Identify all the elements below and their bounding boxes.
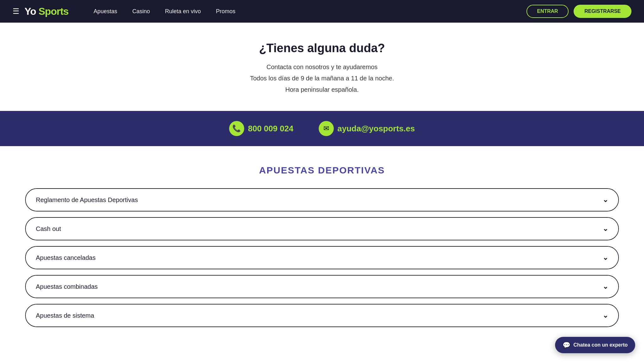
accordion-reglamento: Reglamento de Apuestas Deportivas ⌄ — [25, 188, 619, 211]
accordion-cashout: Cash out ⌄ — [25, 217, 619, 240]
chevron-down-icon-canceladas: ⌄ — [603, 254, 608, 262]
hero-title: ¿Tienes alguna duda? — [13, 41, 631, 55]
logo-sports: Sports — [39, 6, 69, 17]
hero-line3: Hora peninsular española. — [285, 86, 359, 93]
entrar-button[interactable]: ENTRAR — [526, 5, 569, 18]
accordion-header-sistema[interactable]: Apuestas de sistema ⌄ — [26, 304, 618, 326]
chat-icon: 💬 — [563, 341, 570, 349]
chevron-down-icon-sistema: ⌄ — [603, 311, 608, 320]
hero-section: ¿Tienes alguna duda? Contacta con nosotr… — [0, 23, 644, 111]
accordion-label-cashout: Cash out — [36, 225, 61, 233]
email-contact: ✉ ayuda@yosports.es — [319, 121, 415, 136]
accordion-combinadas: Apuestas combinadas ⌄ — [25, 275, 619, 298]
accordion-header-canceladas[interactable]: Apuestas canceladas ⌄ — [26, 247, 618, 269]
accordion-header-cashout[interactable]: Cash out ⌄ — [26, 218, 618, 240]
chevron-down-icon-reglamento: ⌄ — [603, 196, 608, 204]
nav-ruleta[interactable]: Ruleta en vivo — [165, 8, 201, 15]
email-address[interactable]: ayuda@yosports.es — [338, 124, 415, 134]
nav-casino[interactable]: Casino — [132, 8, 150, 15]
hero-subtitle: Contacta con nosotros y te ayudaremos To… — [13, 61, 631, 95]
faq-section: APUESTAS DEPORTIVAS Reglamento de Apuest… — [0, 146, 644, 352]
accordion-label-combinadas: Apuestas combinadas — [36, 283, 98, 290]
chevron-down-icon-combinadas: ⌄ — [603, 282, 608, 291]
accordion-label-reglamento: Reglamento de Apuestas Deportivas — [36, 196, 138, 204]
registrarse-button[interactable]: REGISTRARSE — [574, 5, 631, 18]
logo-link[interactable]: YoSports — [25, 6, 69, 17]
contact-banner: 📞 800 009 024 ✉ ayuda@yosports.es — [0, 111, 644, 146]
accordion-label-sistema: Apuestas de sistema — [36, 312, 94, 319]
chat-widget[interactable]: 💬 Chatea con un experto — [555, 337, 635, 353]
nav-apuestas[interactable]: Apuestas — [94, 8, 117, 15]
accordion-sistema: Apuestas de sistema ⌄ — [25, 304, 619, 327]
chat-widget-label: Chatea con un experto — [574, 342, 628, 348]
phone-number[interactable]: 800 009 024 — [248, 124, 294, 134]
hero-line2: Todos los días de 9 de la mañana a 11 de… — [250, 75, 394, 82]
email-icon: ✉ — [319, 121, 334, 136]
chevron-down-icon-cashout: ⌄ — [603, 225, 608, 233]
accordion-header-combinadas[interactable]: Apuestas combinadas ⌄ — [26, 276, 618, 298]
nav-promos[interactable]: Promos — [216, 8, 235, 15]
header-actions: ENTRAR REGISTRARSE — [526, 5, 631, 18]
hero-line1: Contacta con nosotros y te ayudaremos — [267, 63, 378, 70]
hamburger-icon[interactable]: ☰ — [13, 7, 19, 16]
faq-section-title: APUESTAS DEPORTIVAS — [25, 165, 619, 176]
site-header: ☰ YoSports Apuestas Casino Ruleta en viv… — [0, 0, 644, 23]
main-nav: Apuestas Casino Ruleta en vivo Promos — [94, 8, 526, 15]
accordion-label-canceladas: Apuestas canceladas — [36, 254, 96, 261]
phone-icon: 📞 — [229, 121, 244, 136]
logo-yo: Yo — [25, 6, 36, 17]
accordion-canceladas: Apuestas canceladas ⌄ — [25, 246, 619, 269]
accordion-header-reglamento[interactable]: Reglamento de Apuestas Deportivas ⌄ — [26, 189, 618, 211]
phone-contact: 📞 800 009 024 — [229, 121, 294, 136]
